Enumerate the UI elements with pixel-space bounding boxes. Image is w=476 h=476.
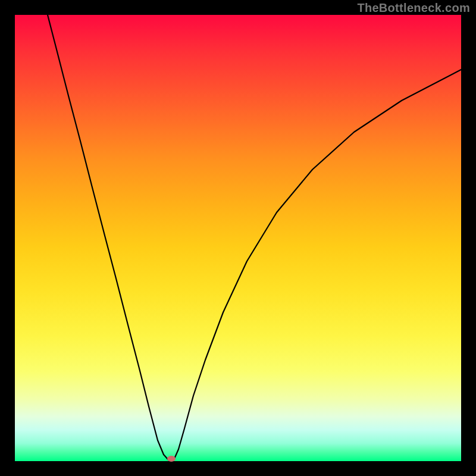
- plot-area: [15, 15, 461, 461]
- watermark-text: TheBottleneck.com: [357, 1, 470, 15]
- bottleneck-curve: [48, 15, 461, 461]
- min-point-marker: [167, 456, 176, 462]
- chart-frame: TheBottleneck.com: [0, 0, 476, 476]
- curve-svg: [15, 15, 461, 461]
